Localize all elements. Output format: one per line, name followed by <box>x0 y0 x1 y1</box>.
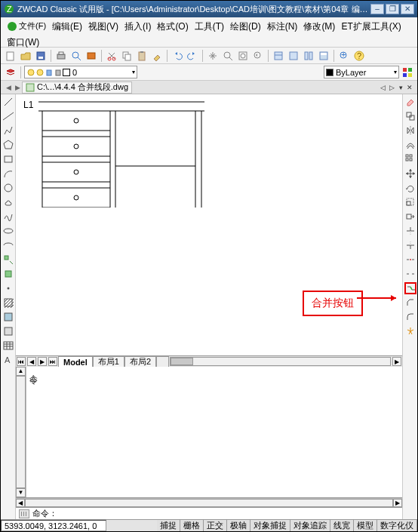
ellipse-icon[interactable] <box>2 225 14 237</box>
menu-view[interactable]: 视图(V) <box>85 19 121 35</box>
preview-icon[interactable] <box>69 49 83 63</box>
tab-last-icon[interactable]: ⏭ <box>48 357 57 366</box>
rect-icon[interactable] <box>2 153 14 165</box>
zoom-extents-icon[interactable]: + <box>337 49 351 63</box>
doc-close-icon[interactable]: ✕ <box>405 84 414 91</box>
matchprop-icon[interactable] <box>150 49 164 63</box>
new-icon[interactable] <box>4 49 17 63</box>
copy-obj-icon[interactable] <box>404 110 416 122</box>
color-dialog-icon[interactable] <box>401 66 414 79</box>
ellipse-arc-icon[interactable] <box>2 239 14 251</box>
break-point-icon[interactable] <box>404 254 416 266</box>
doc-prev-icon[interactable]: ◀ <box>4 84 13 91</box>
stretch-icon[interactable] <box>404 211 416 223</box>
status-grid[interactable]: 栅格 <box>180 520 204 531</box>
menu-modify[interactable]: 修改(M) <box>300 19 338 35</box>
tool-palettes-icon[interactable] <box>302 49 315 63</box>
status-lw[interactable]: 线宽 <box>330 520 354 531</box>
move-icon[interactable] <box>404 168 416 180</box>
point-icon[interactable] <box>2 282 14 294</box>
doc-next2-icon[interactable]: ▷ <box>387 84 396 91</box>
command-line[interactable]: 命令： <box>16 507 402 519</box>
print-icon[interactable] <box>54 49 68 63</box>
mtext-icon[interactable]: A <box>2 354 14 366</box>
tab-model[interactable]: Model <box>58 356 93 367</box>
hscroll-right-icon[interactable]: ▶ <box>392 357 401 366</box>
menu-edit[interactable]: 编辑(E) <box>49 19 85 35</box>
close-button[interactable]: ✕ <box>401 4 414 14</box>
help-icon[interactable]: ? <box>352 49 366 63</box>
layer-combo[interactable]: 0 ▾ <box>24 66 137 78</box>
status-dyn[interactable]: 数字化仪 <box>377 520 417 531</box>
mirror-icon[interactable] <box>404 125 416 137</box>
menu-insert[interactable]: 插入(I) <box>121 19 154 35</box>
cmd-hscroll[interactable]: ◀▶ <box>16 498 402 507</box>
doc-prev2-icon[interactable]: ◁ <box>378 84 387 91</box>
line-icon[interactable] <box>2 96 14 108</box>
cmd-grip-icon[interactable] <box>19 509 29 518</box>
menu-draw[interactable]: 绘图(D) <box>227 19 264 35</box>
menu-format[interactable]: 格式(O) <box>154 19 191 35</box>
save-icon[interactable] <box>34 49 48 63</box>
color-combo[interactable]: ByLayer▾ <box>324 66 399 78</box>
fillet-icon[interactable] <box>404 311 416 323</box>
hatch-icon[interactable] <box>2 297 14 309</box>
status-polar[interactable]: 极轴 <box>227 520 250 531</box>
zoom-realtime-icon[interactable] <box>221 49 235 63</box>
status-ortho[interactable]: 正交 <box>204 520 227 531</box>
tab-next-icon[interactable]: ▶ <box>38 357 47 366</box>
menu-annotate[interactable]: 标注(N) <box>264 19 301 35</box>
drawing-canvas[interactable]: L1 L2 X Y <box>16 94 402 356</box>
erase-icon[interactable] <box>404 96 416 108</box>
calc-icon[interactable] <box>317 49 330 63</box>
props-icon[interactable] <box>272 49 285 63</box>
menu-file[interactable]: 文件(F) <box>4 19 49 33</box>
explode-icon[interactable] <box>404 325 416 337</box>
status-model[interactable]: 模型 <box>354 520 377 531</box>
status-snap[interactable]: 捕捉 <box>157 520 180 531</box>
menu-extend[interactable]: ET扩展工具(X) <box>338 19 404 35</box>
cmd-vscroll[interactable]: ▲▼ <box>16 367 26 497</box>
cut-icon[interactable] <box>105 49 118 63</box>
xline-icon[interactable] <box>2 110 14 122</box>
restore-button[interactable]: ❐ <box>386 4 399 14</box>
trim-icon[interactable] <box>404 225 416 237</box>
status-osnap[interactable]: 对象捕捉 <box>250 520 290 531</box>
paste-icon[interactable] <box>135 49 149 63</box>
chamfer-icon[interactable] <box>404 297 416 309</box>
revcloud-icon[interactable] <box>2 196 14 208</box>
arc-icon[interactable] <box>2 168 14 180</box>
pan-icon[interactable] <box>206 49 220 63</box>
canvas-hscroll[interactable] <box>170 357 391 366</box>
pline-icon[interactable] <box>2 125 14 137</box>
command-window[interactable]: ▲▼ 命令 <box>16 367 402 498</box>
tab-layout2[interactable]: 布局2 <box>124 356 156 367</box>
break-icon[interactable] <box>404 268 416 280</box>
extend-icon[interactable] <box>404 239 416 251</box>
publish-icon[interactable] <box>85 49 98 63</box>
minimize-button[interactable]: – <box>370 4 384 14</box>
polygon-icon[interactable] <box>2 139 14 151</box>
scale-icon[interactable] <box>404 196 416 208</box>
doc-tab[interactable]: C:\...\4.4.4 合并线段.dwg <box>22 81 132 94</box>
offset-icon[interactable] <box>404 139 416 151</box>
circle-icon[interactable] <box>2 182 14 194</box>
copy-icon[interactable] <box>120 49 134 63</box>
table-icon[interactable] <box>2 340 14 352</box>
doc-min-icon[interactable]: ▾ <box>396 84 405 91</box>
tab-layout1[interactable]: 布局1 <box>93 356 124 367</box>
make-block-icon[interactable] <box>2 268 14 280</box>
gradient-icon[interactable] <box>2 311 14 323</box>
doc-next-icon[interactable]: ▶ <box>13 84 22 91</box>
zoom-prev-icon[interactable] <box>251 49 265 63</box>
tab-first-icon[interactable]: ⏮ <box>17 357 26 366</box>
undo-icon[interactable] <box>171 49 184 63</box>
tab-prev-icon[interactable]: ◀ <box>27 357 36 366</box>
region-icon[interactable] <box>2 325 14 337</box>
join-icon[interactable] <box>404 282 416 294</box>
array-icon[interactable] <box>404 153 416 165</box>
layer-manager-icon[interactable] <box>4 66 17 79</box>
design-center-icon[interactable] <box>287 49 300 63</box>
zoom-window-icon[interactable] <box>236 49 250 63</box>
redo-icon[interactable] <box>186 49 199 63</box>
